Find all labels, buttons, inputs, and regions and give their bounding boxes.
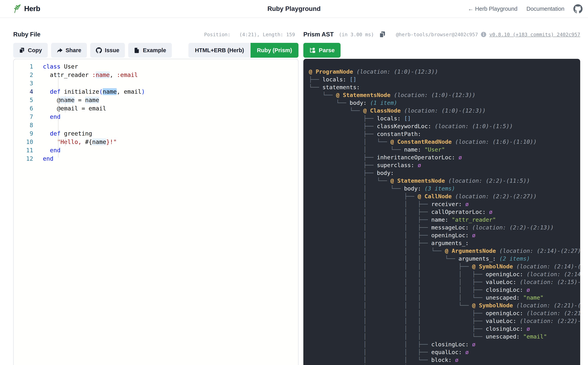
ast-line: │ │ │ └── @ SymbolNode (location: (2:21)… bbox=[309, 302, 580, 309]
code-line[interactable]: 10 "Hello, #{name}!" bbox=[14, 138, 298, 146]
ast-token: (location: (2:21)-(2:27)) bbox=[516, 302, 580, 309]
token: name bbox=[92, 139, 106, 145]
ast-token: "name" bbox=[523, 294, 544, 301]
ast-line: │ └── name: "User" bbox=[309, 146, 580, 154]
issue-button[interactable]: Issue bbox=[90, 43, 125, 58]
ast-token: ├── bbox=[309, 115, 377, 122]
version-link[interactable]: v0.8.10 (+183 commits) 2402c957 bbox=[489, 32, 580, 37]
ast-line: │ │ ├── messageLoc: (location: (2:2)-(2:… bbox=[309, 224, 580, 232]
code-line[interactable]: 2 attr_reader :name, :email bbox=[14, 71, 298, 79]
ast-token: ø bbox=[526, 287, 530, 293]
ast-line: │ │ │ ├── closingLoc: ø bbox=[309, 325, 580, 333]
tab-ruby-prism[interactable]: Ruby (Prism) bbox=[251, 43, 298, 58]
ast-line: │ │ │ │ └── unescaped: "name" bbox=[309, 294, 580, 302]
line-number: 2 bbox=[14, 71, 33, 79]
ast-line: └── @ StatementsNode (location: (1:0)-(1… bbox=[309, 91, 580, 99]
token: }!" bbox=[106, 139, 117, 145]
ast-token: "User" bbox=[425, 146, 445, 153]
ast-line: │ │ ├── equalLoc: ø bbox=[309, 348, 580, 356]
ast-token: │ │ ├── bbox=[309, 216, 431, 223]
document-icon bbox=[134, 47, 140, 53]
position-label: Position: bbox=[204, 32, 230, 37]
info-icon[interactable] bbox=[481, 32, 487, 37]
ast-line: │ │ │ │ ├── valueLoc: (location: (2:15)-… bbox=[309, 278, 580, 286]
ast-token: │ └── bbox=[309, 146, 404, 153]
code-line[interactable]: 6 @email = email bbox=[14, 104, 298, 112]
ast-token: closingLoc: bbox=[431, 341, 472, 348]
line-number: 5 bbox=[14, 96, 33, 104]
token: end bbox=[43, 155, 53, 162]
ast-token: (location: (1:0)-(12:3)) bbox=[404, 107, 486, 114]
code-line[interactable]: 4 def initialize(name, email) bbox=[14, 87, 298, 96]
ast-line: ├── inheritanceOperatorLoc: ø bbox=[309, 154, 580, 161]
ast-line: │ ├── @ CallNode (location: (2:2)-(2:27)… bbox=[309, 192, 580, 200]
parse-button[interactable]: Parse bbox=[303, 43, 340, 58]
ast-token: openingLoc: bbox=[486, 310, 527, 316]
github-icon[interactable] bbox=[573, 4, 582, 14]
ast-token: unescaped: bbox=[486, 294, 523, 301]
token: #{ bbox=[85, 139, 92, 145]
ast-token: closingLoc: bbox=[486, 287, 527, 293]
code-text: def greeting bbox=[43, 129, 92, 138]
code-line[interactable]: 9 def greeting bbox=[14, 129, 298, 138]
ast-token: (location: (2:21)-(2:22)) bbox=[526, 310, 580, 316]
tab-html-erb-herb[interactable]: HTML+ERB (Herb) bbox=[188, 43, 250, 58]
token: name bbox=[103, 88, 117, 95]
ruby-code-editor[interactable]: 1class User2 attr_reader :name, :email34… bbox=[13, 59, 298, 365]
token: ( bbox=[99, 88, 103, 95]
header-nav: ← Herb Playground Documentation bbox=[468, 4, 582, 14]
ast-token: (location: (2:2)-(2:13)) bbox=[472, 224, 554, 231]
ast-line: │ ├── @ DefNode (location: (4:2)-(7:5)) bbox=[309, 364, 580, 365]
ast-token: │ │ ├── bbox=[309, 240, 431, 246]
copy-ast-icon[interactable] bbox=[379, 31, 386, 38]
ast-line: │ └── @ StatementsNode (location: (2:2)-… bbox=[309, 177, 580, 185]
share-button[interactable]: Share bbox=[51, 43, 87, 58]
indent-guide bbox=[58, 74, 58, 158]
code-line[interactable]: 11 end bbox=[14, 146, 298, 154]
ast-token: messageLoc: bbox=[431, 224, 472, 231]
language-tabs: HTML+ERB (Herb) Ruby (Prism) bbox=[188, 43, 298, 58]
code-line[interactable]: 3 bbox=[14, 79, 298, 87]
ast-node-name: @ ClassNode bbox=[363, 107, 404, 114]
ast-token: ø bbox=[489, 209, 492, 215]
documentation-link[interactable]: Documentation bbox=[526, 6, 564, 12]
prism-ast-tree[interactable]: @ ProgramNode (location: (1:0)-(12:3))├─… bbox=[303, 59, 580, 365]
ast-token: │ │ ├── bbox=[309, 209, 431, 215]
ast-token: (location: (2:22)-(2:27)) bbox=[520, 318, 580, 324]
ast-token: "attr_reader" bbox=[452, 216, 496, 223]
ast-token: block: bbox=[431, 357, 455, 363]
ast-token: ├── bbox=[309, 76, 322, 83]
ast-token: body: bbox=[404, 185, 425, 192]
ast-token: openingLoc: bbox=[431, 232, 472, 239]
parse-button-label: Parse bbox=[319, 47, 335, 54]
back-to-playground-link[interactable]: ← Herb Playground bbox=[468, 6, 517, 12]
version-info: @herb-tools/browser@2402c957 v0.8.10 (+1… bbox=[396, 32, 580, 37]
ast-line: ├── superclass: ø bbox=[309, 161, 580, 169]
token: ) bbox=[142, 88, 145, 95]
copy-button[interactable]: Copy bbox=[13, 43, 48, 58]
code-line[interactable]: 5 @name = name bbox=[14, 96, 298, 104]
code-line[interactable]: 8 bbox=[14, 121, 298, 129]
line-number: 1 bbox=[14, 62, 33, 71]
ast-line: └── @ ClassNode (location: (1:0)-(12:3)) bbox=[309, 107, 580, 114]
ast-token: ├── bbox=[309, 170, 377, 176]
example-button[interactable]: Example bbox=[128, 43, 172, 58]
ast-line: │ │ ├── callOperatorLoc: ø bbox=[309, 208, 580, 216]
ast-line: ├── classKeywordLoc: (location: (1:0)-(1… bbox=[309, 122, 580, 130]
ast-token: [] bbox=[404, 115, 411, 122]
ast-token: (location: (2:2)-(2:27)) bbox=[455, 193, 537, 200]
copy-icon bbox=[19, 47, 25, 53]
ast-token: (2 items) bbox=[499, 255, 530, 262]
code-line[interactable]: 12end bbox=[14, 154, 298, 163]
ast-line: ├── locals: [] bbox=[309, 114, 580, 122]
code-line[interactable]: 1class User bbox=[14, 62, 298, 71]
token: , bbox=[110, 71, 117, 78]
line-number: 8 bbox=[14, 121, 33, 129]
code-line[interactable]: 7 end bbox=[14, 112, 298, 121]
code-text: end bbox=[43, 146, 60, 154]
position-value: (4:21), Length: 159 bbox=[239, 32, 295, 37]
line-number: 12 bbox=[14, 154, 33, 163]
package-name: @herb-tools/browser@2402c957 bbox=[396, 32, 478, 37]
ast-token: │ │ └── bbox=[309, 357, 431, 363]
ast-line: │ │ ├── closingLoc: ø bbox=[309, 340, 580, 348]
